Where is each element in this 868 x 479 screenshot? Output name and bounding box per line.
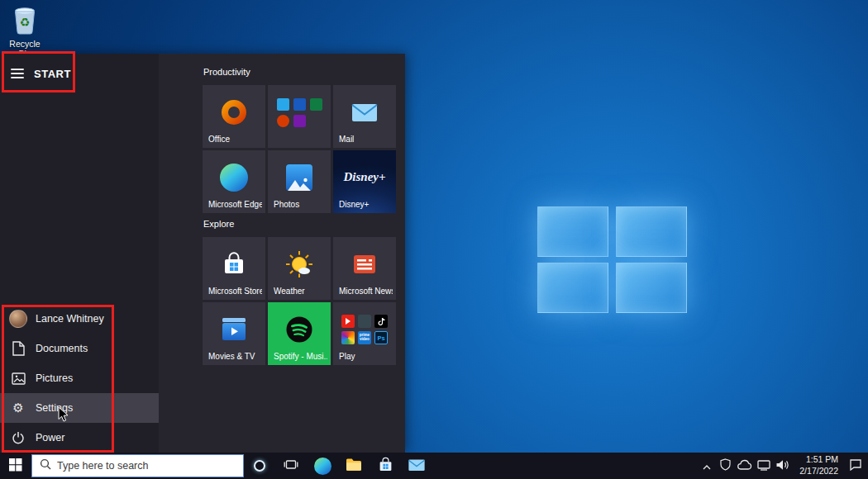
rail-item-label: Lance Whitney: [36, 313, 104, 325]
edge-icon: [220, 164, 248, 192]
start-header-label: START: [34, 68, 71, 80]
chevron-up-icon: [703, 460, 711, 472]
start-menu: START Lance Whitney Documents: [0, 54, 405, 453]
start-menu-header[interactable]: START: [0, 62, 159, 85]
pictures-icon: [8, 372, 28, 385]
news-icon: [352, 252, 377, 277]
file-explorer-icon: [346, 458, 362, 474]
hamburger-menu-icon: [11, 69, 24, 78]
taskbar-mail-button[interactable]: [401, 453, 432, 479]
start-button[interactable]: [0, 453, 31, 479]
tiktok-mini-icon: [374, 315, 388, 328]
movies-tv-icon: [221, 316, 247, 343]
onedrive-cloud-icon: [737, 459, 752, 472]
rail-item-power[interactable]: Power: [0, 423, 159, 453]
action-center-button[interactable]: [846, 453, 865, 479]
office-icon: [219, 97, 249, 127]
taskbar-clock[interactable]: 1:51 PM 2/17/2022: [792, 454, 846, 477]
clock-time: 1:51 PM: [806, 454, 838, 466]
task-view-button[interactable]: [275, 453, 307, 479]
start-menu-rail: START Lance Whitney Documents: [0, 54, 159, 453]
play-group-icons: prime video Ps: [341, 315, 388, 344]
video-mini-icon: [358, 315, 371, 328]
prime-video-mini-icon: prime video: [358, 331, 371, 344]
microsoft365-apps-icon: [277, 98, 322, 127]
mail-icon: [408, 458, 426, 475]
security-shield-icon: [720, 458, 731, 473]
rail-item-label: Settings: [36, 402, 73, 414]
rail-item-label: Pictures: [36, 372, 73, 384]
edge-icon: [314, 458, 331, 475]
microsoft-store-icon: [222, 251, 246, 277]
tile-mail[interactable]: Mail: [333, 85, 396, 148]
disney-plus-logo: Disney+: [333, 170, 396, 184]
search-input[interactable]: [57, 460, 243, 472]
tile-microsoft-store[interactable]: Microsoft Store: [203, 237, 265, 300]
tile-microsoft-edge[interactable]: Microsoft Edge: [203, 150, 265, 213]
action-center-icon: [849, 458, 862, 473]
mail-icon: [351, 101, 379, 124]
windows-wallpaper-logo: [537, 206, 689, 314]
task-view-icon: [284, 458, 298, 473]
tile-microsoft365-group[interactable]: [268, 85, 331, 148]
network-button[interactable]: [754, 453, 773, 479]
logo-pane: [537, 206, 608, 257]
microsoft-store-icon: [378, 457, 393, 476]
youtube-mini-icon: [341, 315, 355, 328]
spotify-icon: [284, 315, 314, 344]
rail-item-settings[interactable]: ⚙ Settings: [0, 393, 159, 423]
recycle-glyph: ♻: [20, 16, 31, 29]
settings-gear-icon: ⚙: [8, 402, 28, 415]
photoshop-mini-icon: Ps: [374, 331, 388, 344]
tile-disney-plus[interactable]: Disney+ Disney+: [333, 150, 396, 213]
tile-spotify[interactable]: Spotify - Musi...: [268, 302, 331, 365]
recycle-bin-icon: ♻: [12, 23, 37, 37]
tile-office[interactable]: Office: [203, 85, 265, 148]
logo-pane: [537, 263, 608, 313]
rail-item-pictures[interactable]: Pictures: [0, 363, 159, 393]
rail-item-user[interactable]: Lance Whitney: [0, 304, 159, 334]
onedrive-button[interactable]: [735, 453, 754, 479]
tile-photos[interactable]: Photos: [268, 150, 331, 213]
logo-pane: [616, 206, 687, 257]
tile-group-title: Explore: [203, 219, 234, 229]
tile-grid-productivity: Office Mail Microsoft Edge: [203, 85, 396, 213]
power-icon: [8, 431, 28, 444]
taskbar-edge-button[interactable]: [307, 453, 338, 479]
system-tray: 1:51 PM 2/17/2022: [697, 453, 868, 479]
logo-pane: [616, 263, 687, 313]
weather-sun-icon: [285, 250, 313, 278]
user-avatar-icon: [8, 310, 28, 328]
tile-grid-explore: Microsoft Store Weather Microsoft News: [203, 237, 396, 365]
taskbar: 1:51 PM 2/17/2022: [0, 453, 868, 479]
rail-items: Lance Whitney Documents Pictures ⚙ S: [0, 304, 159, 453]
tile-movies-tv[interactable]: Movies & TV: [203, 302, 265, 365]
photos-icon: [286, 164, 312, 191]
network-icon: [757, 459, 770, 473]
windows-security-button[interactable]: [716, 453, 735, 479]
taskbar-file-explorer-button[interactable]: [338, 453, 370, 479]
rail-item-label: Power: [36, 432, 64, 443]
speaker-icon: [775, 459, 789, 473]
tile-group-title: Productivity: [203, 67, 250, 77]
tile-play-group[interactable]: prime video Ps Play: [333, 302, 396, 365]
rail-item-documents[interactable]: Documents: [0, 334, 159, 363]
volume-button[interactable]: [773, 453, 792, 479]
taskbar-store-button[interactable]: [370, 453, 401, 479]
desktop: ♻ Recycle Bin START Lance Whitney Docum: [0, 0, 868, 479]
taskbar-search[interactable]: [31, 454, 244, 477]
clock-date: 2/17/2022: [799, 466, 838, 477]
search-icon: [40, 458, 51, 473]
recycle-bin[interactable]: ♻ Recycle Bin: [5, 5, 45, 59]
windows-logo-icon: [9, 458, 22, 474]
start-menu-tiles: Productivity Office: [159, 54, 405, 453]
photos-mini-icon: [341, 331, 355, 344]
cortana-button[interactable]: [244, 453, 275, 479]
tile-weather[interactable]: Weather: [268, 237, 331, 300]
tray-expand-button[interactable]: [697, 453, 716, 479]
rail-item-label: Documents: [36, 343, 88, 354]
document-icon: [8, 341, 28, 356]
tile-microsoft-news[interactable]: Microsoft News: [333, 237, 396, 300]
cortana-icon: [254, 460, 265, 472]
